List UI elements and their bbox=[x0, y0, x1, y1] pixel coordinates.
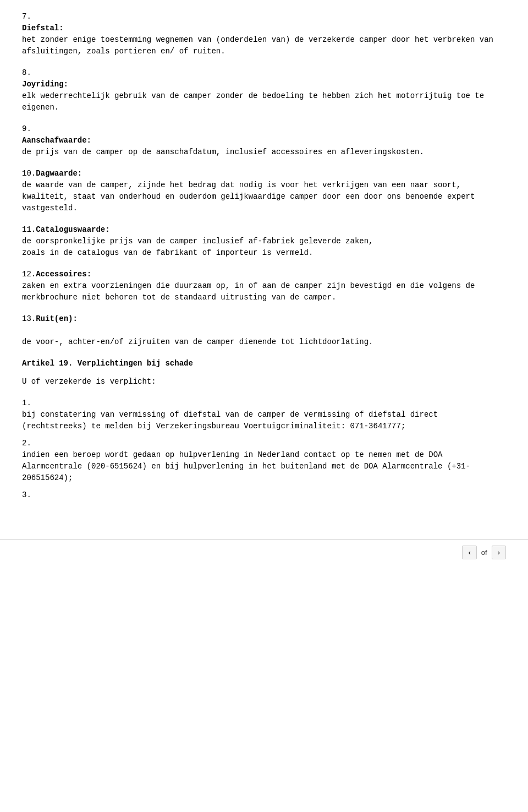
article-item-1-number: 1. bbox=[22, 397, 506, 409]
section-7-content: het zonder enige toestemming wegnemen va… bbox=[22, 35, 493, 56]
section-9-title: Aanschafwaarde: bbox=[22, 136, 91, 145]
section-13-title: Ruit(en): bbox=[36, 314, 78, 323]
article-19: Artikel 19. Verplichtingen bij schade U … bbox=[22, 358, 506, 388]
section-12-number: 12. bbox=[22, 270, 36, 279]
article-item-3: 3. bbox=[22, 489, 506, 501]
next-page-button[interactable]: › bbox=[492, 546, 506, 559]
section-7-title: Diefstal: bbox=[22, 24, 64, 32]
article-intro: U of verzekerde is verplicht: bbox=[22, 376, 506, 388]
section-13-content: de voor-, achter-en/of zijruiten van de … bbox=[22, 337, 373, 346]
section-9-number: 9. bbox=[22, 124, 31, 133]
section-8: 8. Joyriding: elk wederrechtelijk gebrui… bbox=[22, 67, 506, 113]
section-11-content: de oorspronkelijke prijs van de camper i… bbox=[22, 237, 373, 257]
page-of-text: of bbox=[481, 548, 487, 557]
section-10: 10.Dagwaarde: de waarde van de camper, z… bbox=[22, 168, 506, 214]
section-7: 7. Diefstal: het zonder enige toestemmin… bbox=[22, 11, 506, 57]
section-10-content: de waarde van de camper, zijnde het bedr… bbox=[22, 181, 475, 212]
section-11-title: Cataloguswaarde: bbox=[36, 225, 109, 234]
article-item-2-number: 2. bbox=[22, 438, 506, 449]
section-12-content: zaken en extra voorzieningen die duurzaa… bbox=[22, 281, 475, 302]
section-11-number: 11. bbox=[22, 225, 36, 234]
section-9-content: de prijs van de camper op de aanschafdat… bbox=[22, 148, 424, 156]
section-13: 13.Ruit(en): de voor-, achter-en/of zijr… bbox=[22, 313, 506, 348]
section-12-title: Accessoires: bbox=[36, 270, 91, 279]
article-19-title: Artikel 19. Verplichtingen bij schade bbox=[22, 358, 506, 369]
section-12: 12.Accessoires: zaken en extra voorzieni… bbox=[22, 269, 506, 303]
section-10-title: Dagwaarde: bbox=[36, 169, 82, 178]
article-item-2: 2. indien een beroep wordt gedaan op hul… bbox=[22, 438, 506, 484]
article-item-1-text: bij constatering van vermissing of diefs… bbox=[22, 409, 506, 432]
section-8-content: elk wederrechtelijk gebruik van de campe… bbox=[22, 91, 484, 112]
section-10-number: 10. bbox=[22, 169, 36, 178]
prev-page-button[interactable]: ‹ bbox=[462, 546, 476, 559]
section-13-number: 13. bbox=[22, 314, 36, 323]
section-11: 11.Cataloguswaarde: de oorspronkelijke p… bbox=[22, 224, 506, 259]
article-item-1: 1. bij constatering van vermissing of di… bbox=[22, 397, 506, 432]
section-8-title: Joyriding: bbox=[22, 80, 68, 89]
section-7-number: 7. bbox=[22, 12, 31, 21]
section-9: 9. Aanschafwaarde: de prijs van de campe… bbox=[22, 123, 506, 158]
section-8-number: 8. bbox=[22, 68, 31, 77]
pagination-bar: ‹ of › bbox=[0, 539, 528, 565]
article-item-2-text: indien een beroep wordt gedaan op hulpve… bbox=[22, 449, 506, 484]
page-content: 7. Diefstal: het zonder enige toestemmin… bbox=[0, 0, 528, 528]
article-item-3-number: 3. bbox=[22, 489, 506, 501]
